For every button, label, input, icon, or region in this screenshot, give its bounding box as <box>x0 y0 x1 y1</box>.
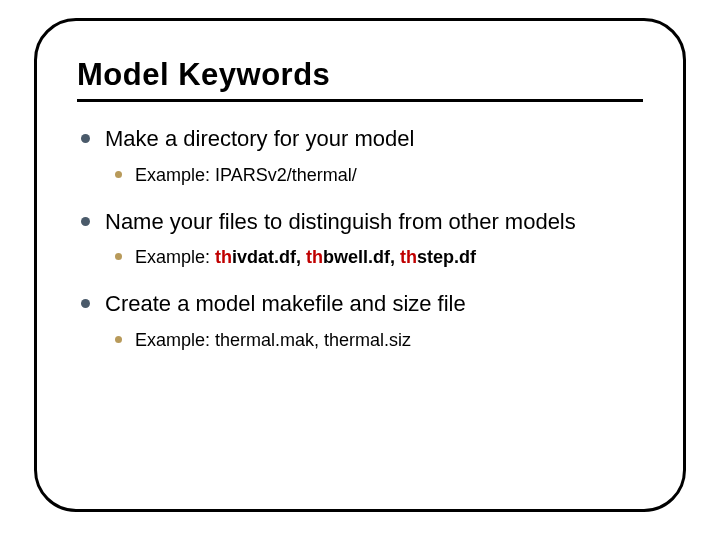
highlight-prefix: th <box>306 247 323 267</box>
example-text: bwell.df, <box>323 247 400 267</box>
list-item-text: Make a directory for your model <box>105 126 414 151</box>
highlight-prefix: th <box>400 247 417 267</box>
sub-list: Example: thermal.mak, thermal.siz <box>105 327 643 354</box>
example-prefix: Example: <box>135 247 215 267</box>
list-item-text: Name your files to distinguish from othe… <box>105 209 576 234</box>
bullet-list: Make a directory for your model Example:… <box>77 124 643 354</box>
list-item: Create a model makefile and size file Ex… <box>77 289 643 354</box>
slide-title: Model Keywords <box>77 57 643 102</box>
example-prefix: Example: <box>135 330 215 350</box>
list-item-text: Create a model makefile and size file <box>105 291 466 316</box>
sub-list-item: Example: thivdat.df, thbwell.df, thstep.… <box>105 244 643 271</box>
sub-list-item: Example: IPARSv2/thermal/ <box>105 162 643 189</box>
list-item: Name your files to distinguish from othe… <box>77 207 643 272</box>
example-text: ivdat.df, <box>232 247 306 267</box>
list-item: Make a directory for your model Example:… <box>77 124 643 189</box>
sub-list: Example: thivdat.df, thbwell.df, thstep.… <box>105 244 643 271</box>
slide: Model Keywords Make a directory for your… <box>0 0 720 540</box>
example-text: thermal.mak, thermal.siz <box>215 330 411 350</box>
example-text: step.df <box>417 247 476 267</box>
sub-list-item: Example: thermal.mak, thermal.siz <box>105 327 643 354</box>
example-text: IPARSv2/thermal/ <box>215 165 357 185</box>
slide-frame: Model Keywords Make a directory for your… <box>34 18 686 512</box>
example-prefix: Example: <box>135 165 215 185</box>
highlight-prefix: th <box>215 247 232 267</box>
sub-list: Example: IPARSv2/thermal/ <box>105 162 643 189</box>
